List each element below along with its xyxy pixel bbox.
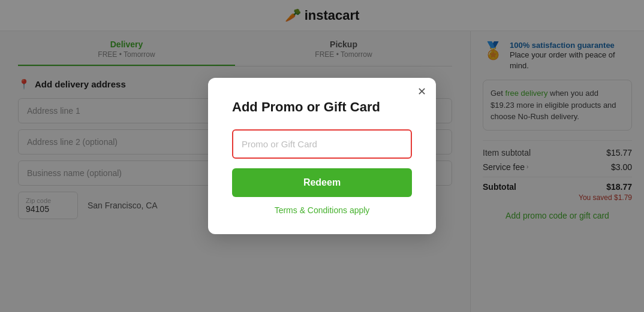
modal-close-button[interactable]: ✕	[417, 86, 426, 97]
redeem-button[interactable]: Redeem	[232, 168, 412, 197]
modal-overlay: ✕ Add Promo or Gift Card Redeem Terms & …	[0, 0, 644, 312]
modal-title: Add Promo or Gift Card	[232, 99, 412, 115]
promo-input[interactable]	[232, 129, 412, 159]
promo-modal: ✕ Add Promo or Gift Card Redeem Terms & …	[208, 78, 436, 234]
terms-link[interactable]: Terms & Conditions apply	[232, 205, 412, 215]
